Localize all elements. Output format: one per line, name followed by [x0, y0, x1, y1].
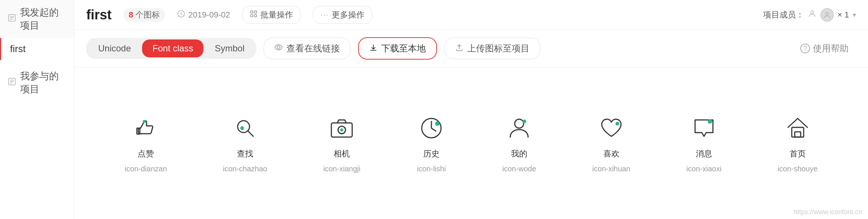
icon-home — [783, 113, 813, 143]
watermark: https://www.iconfont.cn — [794, 208, 862, 216]
join-projects-label: 我参与的项目 — [20, 70, 67, 96]
icon-code-shouye: icon-shouye — [778, 165, 818, 173]
icon-chat — [689, 113, 719, 143]
chevron-down-icon[interactable]: ▾ — [853, 11, 856, 19]
date-value: 2019-09-02 — [188, 10, 230, 20]
svg-point-32 — [708, 119, 712, 124]
user-icon — [808, 9, 817, 20]
icon-camera — [327, 113, 357, 143]
icon-heart — [597, 113, 626, 143]
sidebar-item-join-projects[interactable]: 我参与的项目 — [0, 64, 74, 102]
tab-group: Unicode Font class Symbol — [86, 38, 256, 59]
icon-item-xihuan[interactable]: 喜欢 icon-xihuan — [592, 113, 630, 173]
help-label: 使用帮助 — [813, 42, 849, 54]
svg-rect-11 — [251, 15, 253, 17]
members-label: 项目成员： — [763, 9, 804, 20]
svg-point-23 — [240, 126, 244, 130]
main-content: first 8 个图标 2019-09-02 — [74, 0, 868, 219]
svg-line-22 — [248, 131, 253, 136]
toolbar: Unicode Font class Symbol 查看在线链接 下载 — [74, 30, 868, 67]
upload-icon — [455, 43, 463, 54]
icon-code-xiangji: icon-xiangji — [323, 165, 360, 173]
svg-rect-34 — [795, 132, 801, 137]
tab-unicode[interactable]: Unicode — [88, 39, 141, 57]
svg-point-26 — [340, 128, 343, 131]
view-online-label: 查看在线链接 — [286, 42, 340, 54]
sidebar: 我发起的项目 first 我参与的项目 — [0, 0, 74, 219]
batch-ops-label: 批量操作 — [260, 9, 293, 20]
icon-item-xiangji[interactable]: 相机 icon-xiangji — [323, 113, 360, 173]
icon-label-shouye: 首页 — [790, 148, 806, 159]
svg-point-20 — [143, 120, 146, 123]
icon-code-dianzan: icon-dianzan — [125, 165, 167, 173]
icon-code-chazhao: icon-chazhao — [223, 165, 267, 173]
view-online-icon — [274, 43, 283, 54]
more-ops-icon: ··· — [321, 10, 329, 19]
icon-label-chazhao: 查找 — [237, 148, 253, 159]
icon-count-suffix: 个图标 — [135, 9, 160, 20]
help-icon: ? — [800, 44, 810, 53]
icon-item-xiaoxi[interactable]: 消息 icon-xiaoxi — [687, 113, 721, 173]
icon-code-wode: icon-wode — [502, 165, 536, 173]
join-projects-icon — [7, 77, 16, 88]
member-count: × 1 — [838, 10, 849, 20]
sidebar-sub-first-label: first — [10, 43, 26, 55]
svg-point-15 — [277, 46, 280, 49]
icon-item-shouye[interactable]: 首页 icon-shouye — [778, 113, 818, 173]
icons-grid: 点赞 icon-dianzan 查找 icon-chazhao — [74, 67, 868, 219]
header-bar: first 8 个图标 2019-09-02 — [74, 0, 868, 30]
download-button[interactable]: 下载至本地 — [358, 37, 437, 60]
icon-item-dianzan[interactable]: 点赞 icon-dianzan — [125, 113, 167, 173]
svg-point-14 — [826, 12, 829, 15]
icon-label-xiaoxi: 消息 — [696, 148, 712, 159]
upload-button[interactable]: 上传图标至项目 — [444, 38, 540, 59]
project-members: 项目成员： × 1 ▾ — [763, 8, 856, 22]
svg-point-30 — [523, 120, 526, 123]
svg-rect-9 — [251, 11, 253, 13]
icon-label-xiangji: 相机 — [334, 148, 350, 159]
view-online-button[interactable]: 查看在线链接 — [264, 38, 351, 59]
sidebar-sub-first[interactable]: first — [0, 38, 74, 60]
icon-count-number: 8 — [129, 10, 133, 20]
icon-thumb-up — [131, 113, 161, 143]
icon-search — [230, 113, 260, 143]
icon-item-lishi[interactable]: 历史 icon-lishi — [417, 113, 446, 173]
icon-count-badge: 8 个图标 — [123, 8, 165, 22]
icon-label-lishi: 历史 — [423, 148, 440, 159]
icon-code-xihuan: icon-xihuan — [592, 165, 630, 173]
tab-symbol[interactable]: Symbol — [204, 39, 255, 57]
my-projects-label: 我发起的项目 — [20, 6, 67, 32]
upload-label: 上传图标至项目 — [467, 42, 530, 54]
icon-code-lishi: icon-lishi — [417, 165, 446, 173]
batch-ops-button[interactable]: 批量操作 — [242, 6, 301, 24]
icon-item-wode[interactable]: 我的 icon-wode — [502, 113, 536, 173]
tab-fontclass[interactable]: Font class — [142, 39, 203, 57]
clock-icon — [177, 10, 185, 20]
icon-label-wode: 我的 — [511, 148, 527, 159]
icon-item-chazhao[interactable]: 查找 icon-chazhao — [223, 113, 267, 173]
help-button[interactable]: ? 使用帮助 — [793, 38, 856, 59]
svg-point-31 — [615, 122, 619, 126]
sidebar-item-my-projects[interactable]: 我发起的项目 — [0, 0, 74, 38]
icon-person — [504, 113, 534, 143]
svg-point-13 — [811, 11, 814, 14]
project-title: first — [86, 7, 112, 23]
download-label: 下载至本地 — [381, 42, 426, 54]
svg-rect-12 — [254, 15, 257, 17]
date-meta: 2019-09-02 — [177, 10, 230, 20]
more-ops-label: 更多操作 — [332, 9, 364, 20]
svg-point-28 — [435, 121, 440, 126]
icon-code-xiaoxi: icon-xiaoxi — [687, 165, 721, 173]
more-ops-button[interactable]: ··· 更多操作 — [313, 6, 373, 24]
batch-ops-icon — [250, 10, 257, 20]
svg-rect-10 — [254, 11, 257, 13]
download-icon — [369, 43, 377, 54]
my-projects-icon — [7, 13, 16, 25]
icon-label-xihuan: 喜欢 — [603, 148, 620, 159]
icon-clock — [417, 113, 446, 143]
icon-label-dianzan: 点赞 — [138, 148, 154, 159]
svg-point-29 — [515, 119, 524, 128]
member-avatar — [820, 8, 834, 22]
